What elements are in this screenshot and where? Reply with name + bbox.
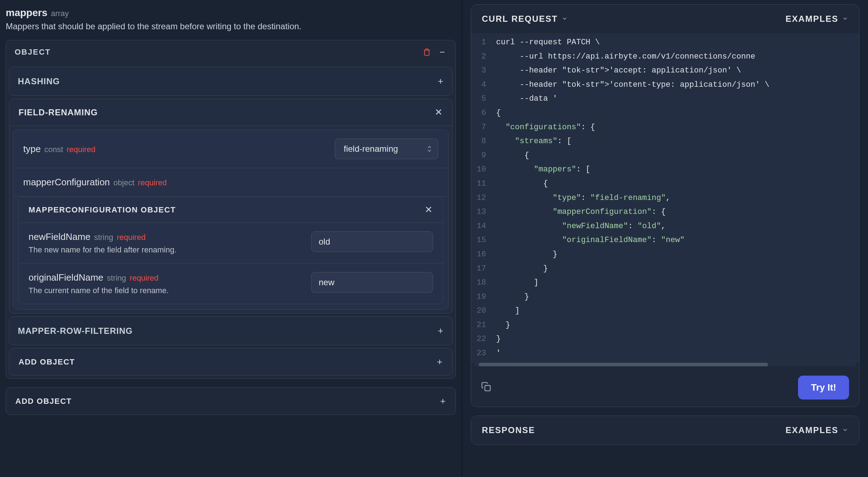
parameter-panel: mappers array Mappers that should be app… <box>0 0 462 477</box>
section-label: FIELD-RENAMING <box>19 107 98 117</box>
field-renaming-section: FIELD-RENAMING ✕ type const required fie… <box>9 99 453 313</box>
curl-request-dropdown[interactable]: CURL REQUEST <box>482 14 568 24</box>
newfieldname-input[interactable] <box>311 231 433 252</box>
object-header: OBJECT − <box>6 40 455 64</box>
prop-type: object <box>113 178 135 187</box>
field-renaming-header[interactable]: FIELD-RENAMING ✕ <box>9 99 452 126</box>
code-line: 5 --data ' <box>471 92 859 106</box>
try-it-button[interactable]: Try It! <box>798 376 849 400</box>
response-title: RESPONSE <box>482 425 535 435</box>
examples-label: EXAMPLES <box>786 425 838 435</box>
prop-name: mapperConfiguration <box>23 177 110 188</box>
code-line: 8 "streams": [ <box>471 134 859 149</box>
code-line: 11 { <box>471 177 859 191</box>
prop-name: originalFieldName <box>29 272 104 283</box>
code-line: 20 ] <box>471 304 859 318</box>
mapper-configuration-object: MAPPERCONFIGURATION OBJECT ✕ newFieldNam… <box>18 197 443 304</box>
plus-icon: + <box>440 396 446 407</box>
field-name: mappers <box>6 7 47 19</box>
field-type: array <box>51 9 69 18</box>
code-footer: Try It! <box>471 368 859 407</box>
chevron-down-icon <box>842 14 848 24</box>
scrollbar-thumb[interactable] <box>479 363 768 366</box>
prop-description: The new name for the field after renamin… <box>29 245 177 255</box>
svg-rect-0 <box>485 386 490 391</box>
copy-icon[interactable] <box>481 382 491 393</box>
mc-object-header[interactable]: MAPPERCONFIGURATION OBJECT ✕ <box>19 197 443 223</box>
section-label: HASHING <box>18 76 60 86</box>
chevron-down-icon <box>842 425 848 435</box>
examples-label: EXAMPLES <box>786 14 838 24</box>
curl-title: CURL REQUEST <box>482 14 558 24</box>
hashing-section[interactable]: HASHING + <box>9 67 453 96</box>
code-line: 4 --header "tok-str">'content-type: appl… <box>471 78 859 92</box>
object-label: OBJECT <box>15 47 51 57</box>
add-object-inner[interactable]: ADD OBJECT + <box>9 348 453 376</box>
code-line: 19 } <box>471 290 859 304</box>
type-select[interactable]: field-renaming <box>335 139 438 159</box>
required-label: required <box>67 145 96 154</box>
code-line: 17 } <box>471 262 859 276</box>
type-row: type const required field-renaming <box>13 130 448 168</box>
chevron-updown-icon <box>427 145 432 152</box>
close-icon[interactable]: ✕ <box>435 107 443 118</box>
mc-object-label: MAPPERCONFIGURATION OBJECT <box>29 205 176 215</box>
prop-description: The current name of the field to rename. <box>29 286 169 295</box>
mappers-header: mappers array <box>6 7 456 19</box>
close-icon[interactable]: ✕ <box>425 204 433 215</box>
code-line: 22} <box>471 332 859 346</box>
trash-icon[interactable] <box>423 48 431 56</box>
horizontal-scrollbar[interactable] <box>475 363 856 366</box>
required-label: required <box>138 178 167 187</box>
mapper-object-card: OBJECT − HASHING + FIELD-RENAMING ✕ type <box>6 40 456 379</box>
prop-type: string <box>107 273 126 283</box>
code-line: 12 "type": "field-renaming", <box>471 191 859 205</box>
field-description: Mappers that should be applied to the st… <box>6 21 456 31</box>
code-line: 13 "mapperConfiguration": { <box>471 205 859 219</box>
chevron-down-icon <box>561 14 568 24</box>
code-line: 18 ] <box>471 276 859 290</box>
examples-dropdown[interactable]: EXAMPLES <box>786 14 848 24</box>
code-line: 1curl --request PATCH \ <box>471 35 859 50</box>
prop-name: type <box>23 144 41 155</box>
mapper-configuration-header: mapperConfiguration object required <box>13 168 448 197</box>
required-label: required <box>130 273 158 283</box>
prop-type: string <box>94 233 113 242</box>
response-card: RESPONSE EXAMPLES <box>471 416 859 445</box>
code-line: 15 "originalFieldName": "new" <box>471 233 859 247</box>
prop-name: newFieldName <box>29 231 90 242</box>
code-line: 16 } <box>471 247 859 262</box>
select-value: field-renaming <box>344 144 398 154</box>
code-line: 3 --header "tok-str">'accept: applicatio… <box>471 64 859 78</box>
plus-icon: + <box>438 325 444 336</box>
add-object-label: ADD OBJECT <box>15 397 72 406</box>
code-panel: CURL REQUEST EXAMPLES 1curl --request PA… <box>462 0 868 477</box>
field-renaming-body: type const required field-renaming mappe… <box>13 130 449 310</box>
originalfieldname-input[interactable] <box>311 272 433 293</box>
curl-header: CURL REQUEST EXAMPLES <box>471 5 859 33</box>
code-block[interactable]: 1curl --request PATCH \2 --url https://a… <box>471 33 859 363</box>
newfieldname-row: newFieldName string required The new nam… <box>19 223 443 263</box>
code-line: 9 { <box>471 149 859 163</box>
object-header-actions: − <box>423 48 447 56</box>
code-line: 2 --url https://api.airbyte.com/v1/conne… <box>471 50 859 64</box>
code-line: 21 } <box>471 318 859 332</box>
code-line: 14 "newFieldName": "old", <box>471 219 859 234</box>
code-line: 7 "configurations": { <box>471 120 859 135</box>
required-label: required <box>117 233 146 242</box>
plus-icon: + <box>438 76 444 87</box>
response-header: RESPONSE EXAMPLES <box>471 416 859 445</box>
collapse-icon[interactable]: − <box>438 48 447 56</box>
add-object-outer[interactable]: ADD OBJECT + <box>6 387 456 415</box>
code-line: 10 "mappers": [ <box>471 162 859 177</box>
response-examples-dropdown[interactable]: EXAMPLES <box>786 425 848 435</box>
section-label: MAPPER-ROW-FILTERING <box>18 326 133 336</box>
prop-type: const <box>44 145 63 154</box>
add-object-label: ADD OBJECT <box>19 357 75 367</box>
mapper-row-filtering-section[interactable]: MAPPER-ROW-FILTERING + <box>9 316 453 345</box>
plus-icon: + <box>437 356 443 367</box>
curl-request-card: CURL REQUEST EXAMPLES 1curl --request PA… <box>471 4 859 407</box>
originalfieldname-row: originalFieldName string required The cu… <box>19 263 443 304</box>
code-line: 6{ <box>471 106 859 120</box>
code-line: 23' <box>471 346 859 361</box>
